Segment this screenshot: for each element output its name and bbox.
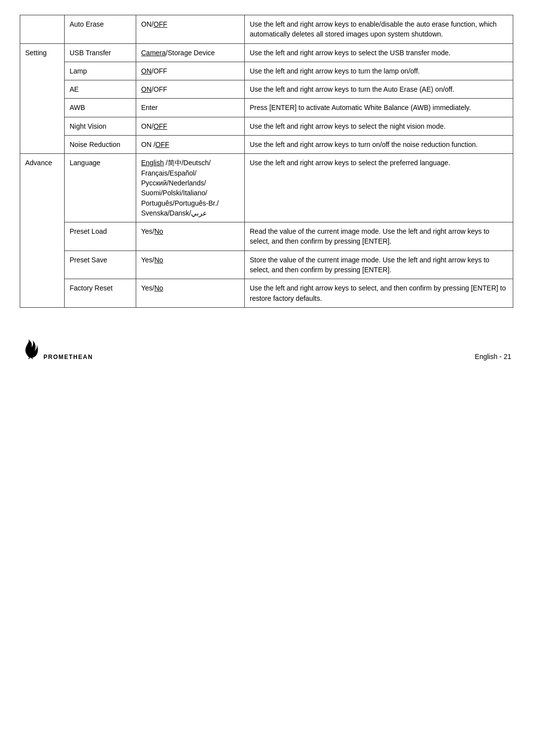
function-cell: AWB <box>65 99 136 117</box>
function-cell: Preset Load <box>65 222 136 251</box>
table-row: Night VisionON/OFFUse the left and right… <box>20 117 513 135</box>
description-cell: Use the left and right arrow keys to sel… <box>245 279 513 308</box>
table-row: Factory ResetYes/NoUse the left and righ… <box>20 279 513 308</box>
table-row: Preset SaveYes/NoStore the value of the … <box>20 251 513 279</box>
function-cell: Lamp <box>65 62 136 80</box>
underline-value: No <box>154 227 163 235</box>
value-cell: ON/OFF <box>136 62 245 80</box>
logo-text: PROMETHEAN <box>43 354 93 360</box>
table-row: AdvanceLanguageEnglish /简中/Deutsch/Franç… <box>20 154 513 222</box>
description-cell: Use the left and right arrow keys to tur… <box>245 80 513 99</box>
underline-value: Camera <box>141 49 166 57</box>
table-row: LampON/OFFUse the left and right arrow k… <box>20 62 513 80</box>
function-cell: Auto Erase <box>65 15 136 44</box>
underline-value: English <box>141 159 164 167</box>
category-cell <box>20 15 65 44</box>
settings-table: Auto EraseON/OFFUse the left and right a… <box>20 15 513 308</box>
value-cell: Yes/No <box>136 251 245 279</box>
value-cell: Camera/Storage Device <box>136 43 245 62</box>
logo-area: PROMETHEAN <box>22 337 93 360</box>
description-cell: Use the left and right arrow keys to ena… <box>245 15 513 44</box>
function-cell: Preset Save <box>65 251 136 279</box>
description-cell: Read the value of the current image mode… <box>245 222 513 251</box>
value-cell: Yes/No <box>136 222 245 251</box>
page-wrapper: Auto EraseON/OFFUse the left and right a… <box>20 15 513 705</box>
description-cell: Use the left and right arrow keys to sel… <box>245 43 513 62</box>
underline-value: No <box>154 256 163 264</box>
table-row: Preset LoadYes/NoRead the value of the c… <box>20 222 513 251</box>
function-cell: Noise Reduction <box>65 136 136 154</box>
description-cell: Store the value of the current image mod… <box>245 251 513 279</box>
value-cell: Yes/No <box>136 279 245 308</box>
description-cell: Use the left and right arrow keys to sel… <box>245 117 513 135</box>
page-number: English - 21 <box>475 353 511 360</box>
value-cell: ON/OFF <box>136 117 245 135</box>
value-cell: ON/OFF <box>136 80 245 99</box>
underline-value: OFF <box>153 122 167 130</box>
value-cell: ON /OFF <box>136 136 245 154</box>
description-cell: Use the left and right arrow keys to tur… <box>245 136 513 154</box>
underline-value: OFF <box>153 20 167 28</box>
function-cell: Language <box>65 154 136 222</box>
underline-value: ON <box>141 67 152 75</box>
underline-value: No <box>154 284 163 292</box>
value-cell: English /简中/Deutsch/Français/Español/Рус… <box>136 154 245 222</box>
table-row: AWBEnterPress [ENTER] to activate Automa… <box>20 99 513 117</box>
function-cell: USB Transfer <box>65 43 136 62</box>
promethean-logo-icon <box>22 337 39 360</box>
description-cell: Use the left and right arrow keys to sel… <box>245 154 513 222</box>
underline-value: OFF <box>155 141 169 148</box>
value-cell: ON/OFF <box>136 15 245 44</box>
value-cell: Enter <box>136 99 245 117</box>
function-cell: Night Vision <box>65 117 136 135</box>
category-cell: Setting <box>20 43 65 154</box>
underline-value: ON <box>141 85 152 93</box>
table-row: Noise ReductionON /OFFUse the left and r… <box>20 136 513 154</box>
table-row: Auto EraseON/OFFUse the left and right a… <box>20 15 513 44</box>
category-cell: Advance <box>20 154 65 308</box>
table-row: SettingUSB TransferCamera/Storage Device… <box>20 43 513 62</box>
description-cell: Use the left and right arrow keys to tur… <box>245 62 513 80</box>
function-cell: AE <box>65 80 136 99</box>
table-row: AEON/OFFUse the left and right arrow key… <box>20 80 513 99</box>
description-cell: Press [ENTER] to activate Automatic Whit… <box>245 99 513 117</box>
footer: PROMETHEAN English - 21 <box>20 337 513 360</box>
function-cell: Factory Reset <box>65 279 136 308</box>
